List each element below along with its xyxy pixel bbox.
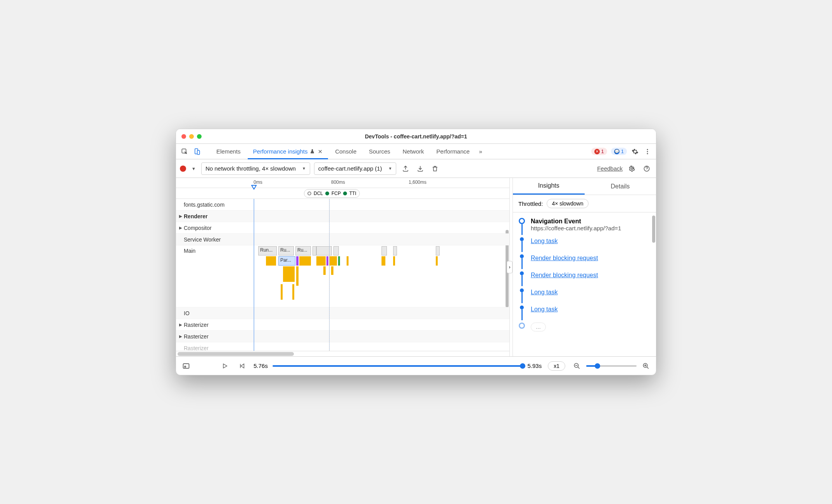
flame-bar[interactable] <box>266 256 276 266</box>
flame-bar[interactable] <box>329 256 337 266</box>
tab-performance[interactable]: Performance <box>431 144 475 159</box>
collapse-pane-icon[interactable]: › <box>507 261 513 273</box>
insights-tabs: Insights Details <box>513 178 656 195</box>
flame-bar[interactable] <box>283 266 295 282</box>
dcl-label: DCL <box>314 191 323 196</box>
bottom-bar: 5.76s 5.93s x1 <box>176 356 656 375</box>
task-block[interactable]: Par... <box>278 256 295 266</box>
flame-bar[interactable] <box>393 256 395 266</box>
insights-scrollbar[interactable] <box>652 216 655 243</box>
panel-settings-icon[interactable] <box>627 163 637 174</box>
flame-bar[interactable] <box>338 256 340 266</box>
svg-point-9 <box>185 366 186 367</box>
timing-markers[interactable]: DCL FCP TTI <box>304 189 360 198</box>
time-scrubber[interactable]: 5.76s 5.93s <box>254 362 542 369</box>
record-dropdown[interactable]: ▼ <box>190 165 197 173</box>
task-block[interactable] <box>381 246 387 255</box>
track-row[interactable]: Service Worker <box>176 234 509 245</box>
zoom-in-icon[interactable] <box>640 361 651 371</box>
track-row[interactable]: fonts.gstatic.com <box>176 199 509 211</box>
task-block[interactable]: Run... <box>258 246 277 255</box>
tab-console[interactable]: Console <box>330 144 362 159</box>
track-row[interactable]: ▶Compositor <box>176 222 509 234</box>
flame-bar[interactable] <box>299 256 311 266</box>
page-select[interactable]: coffee-cart.netlify.app (1) ▼ <box>314 162 396 175</box>
messages-badge[interactable]: 💬 1 <box>611 148 627 155</box>
more-menu-icon[interactable] <box>642 146 653 157</box>
tab-details[interactable]: Details <box>585 178 656 195</box>
flame-bar[interactable] <box>316 256 326 266</box>
time-start: 5.76s <box>254 362 268 369</box>
errors-badge[interactable]: ✕ 1 <box>591 148 607 155</box>
playhead-line[interactable] <box>254 199 254 351</box>
insights-list[interactable]: Navigation Event https://coffee-cart.net… <box>513 212 656 356</box>
scrollbar-thumb[interactable] <box>178 352 294 356</box>
scrubber-knob[interactable] <box>520 363 525 369</box>
track-row[interactable]: ▶Rasterizer <box>176 319 509 331</box>
tab-sources[interactable]: Sources <box>363 144 395 159</box>
feedback-link[interactable]: Feedback <box>597 165 623 172</box>
tab-network[interactable]: Network <box>397 144 430 159</box>
flame-bar[interactable] <box>326 256 328 266</box>
zoom-out-icon[interactable] <box>571 361 582 371</box>
horizontal-scrollbar[interactable] <box>176 351 509 356</box>
task-block[interactable] <box>316 246 332 255</box>
flame-bar[interactable] <box>296 256 299 266</box>
task-block[interactable]: Ru... <box>295 246 311 255</box>
flame-bar[interactable] <box>381 256 385 266</box>
play-icon[interactable] <box>219 361 230 371</box>
devtools-window: DevTools - coffee-cart.netlify.app/?ad=1… <box>176 129 656 375</box>
scrubber-track[interactable] <box>273 365 523 367</box>
import-icon[interactable] <box>415 163 426 174</box>
task-block[interactable] <box>393 246 397 255</box>
maximize-window-icon[interactable] <box>197 134 202 139</box>
insight-link[interactable]: Long task <box>531 306 558 313</box>
insight-link[interactable]: Long task <box>531 288 558 296</box>
record-button[interactable] <box>180 166 186 172</box>
insight-link[interactable]: Long task <box>531 237 558 245</box>
screenshot-toggle-icon[interactable] <box>181 361 192 371</box>
settings-icon[interactable] <box>630 146 640 157</box>
tab-insights[interactable]: Insights <box>513 178 585 195</box>
task-block[interactable] <box>312 246 316 255</box>
rewind-icon[interactable] <box>236 361 247 371</box>
flame-bar[interactable] <box>436 256 438 266</box>
task-block[interactable] <box>436 246 440 255</box>
delete-icon[interactable] <box>430 163 440 174</box>
close-window-icon[interactable] <box>181 134 186 139</box>
zoom-knob[interactable] <box>595 363 600 369</box>
minimize-window-icon[interactable] <box>189 134 194 139</box>
zoom-slider[interactable] <box>586 365 637 367</box>
task-block[interactable] <box>333 246 339 255</box>
flame-bar[interactable] <box>296 266 299 286</box>
insight-truncated: … <box>531 323 546 331</box>
track-row-main[interactable]: Main Run... Ru... Ru... Par... <box>176 245 509 307</box>
flame-bar[interactable] <box>281 284 283 300</box>
event-node-icon <box>519 218 525 224</box>
tabs-overflow[interactable]: » <box>476 144 484 159</box>
speed-toggle[interactable]: x1 <box>548 361 565 371</box>
track-row[interactable]: ▶Renderer <box>176 211 509 222</box>
track-row[interactable]: IO <box>176 307 509 319</box>
track-row[interactable]: ▶Rasterizer <box>176 331 509 342</box>
flame-bar[interactable] <box>347 256 349 266</box>
flame-bar[interactable] <box>331 266 333 275</box>
throttle-pill[interactable]: 4× slowdown <box>547 199 588 208</box>
tracks-area[interactable]: fonts.gstatic.com ▶Renderer ▶Compositor … <box>176 199 509 351</box>
throttle-select[interactable]: No network throttling, 4× slowdown ▼ <box>201 162 310 175</box>
flame-bar[interactable] <box>292 284 294 300</box>
help-icon[interactable] <box>641 163 652 174</box>
insight-link[interactable]: Render blocking request <box>531 254 598 262</box>
export-icon[interactable] <box>400 163 411 174</box>
flame-bar[interactable] <box>323 266 326 275</box>
time-ruler[interactable]: 0ms 800ms 1,600ms <box>176 178 509 188</box>
close-tab-icon[interactable]: ✕ <box>318 148 323 155</box>
track-row[interactable]: Rasterizer <box>176 342 509 351</box>
svg-point-6 <box>631 167 633 169</box>
insight-link[interactable]: Render blocking request <box>531 271 598 279</box>
tab-elements[interactable]: Elements <box>211 144 246 159</box>
device-toolbar-icon[interactable] <box>192 146 202 157</box>
tab-performance-insights[interactable]: Performance insights ✕ <box>248 144 328 159</box>
inspect-element-icon[interactable] <box>179 146 190 157</box>
task-block[interactable]: Ru... <box>278 246 294 255</box>
